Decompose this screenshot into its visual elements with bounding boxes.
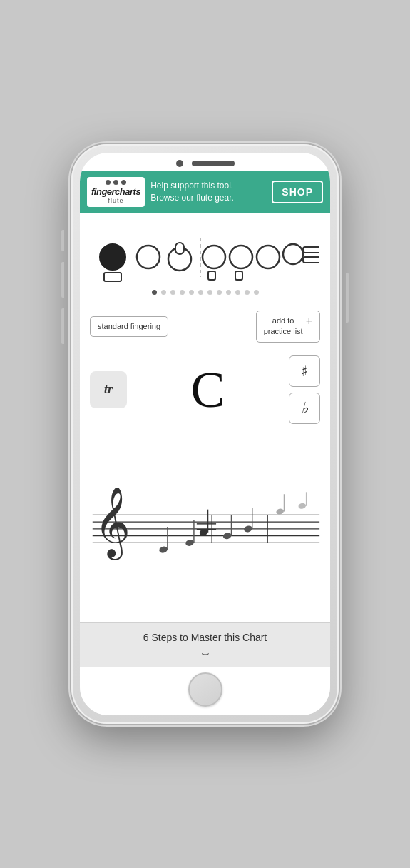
logo-subtitle: flute (108, 197, 124, 204)
sharp-symbol: ♯ (301, 363, 308, 380)
accidental-buttons: ♯ ♭ (289, 355, 320, 424)
fingering-svg (91, 227, 319, 284)
sharp-button[interactable]: ♯ (289, 355, 320, 387)
svg-rect-7 (208, 271, 215, 280)
phone-screen: fingercharts flute Help support this too… (80, 153, 330, 715)
staff-section: 𝄞 (80, 431, 330, 622)
volume-mute-button[interactable] (61, 230, 64, 251)
power-button[interactable] (346, 273, 349, 323)
logo-text: fingercharts (91, 186, 140, 197)
controls-row: standard fingering add topractice list + (80, 308, 330, 345)
speaker-grille (192, 161, 235, 166)
svg-rect-1 (104, 273, 121, 281)
note-7 (298, 503, 307, 510)
main-content: standard fingering add topractice list +… (80, 213, 330, 667)
volume-down-button[interactable] (61, 308, 64, 344)
note-2 (185, 539, 195, 547)
svg-rect-12 (303, 247, 319, 253)
app-logo: fingercharts flute (87, 177, 145, 207)
dot-5[interactable] (189, 290, 194, 295)
note-letter: C (190, 364, 225, 415)
trill-button[interactable]: tr (90, 371, 127, 408)
flat-symbol: ♭ (301, 399, 308, 418)
note-4 (222, 532, 232, 540)
phone-top-bar (80, 153, 330, 171)
home-button[interactable] (188, 672, 222, 707)
pagination-dots[interactable] (152, 290, 259, 295)
volume-up-button[interactable] (61, 262, 64, 298)
promo-banner: fingercharts flute Help support this too… (80, 171, 330, 213)
svg-point-6 (203, 246, 225, 268)
staff-svg: 𝄞 (87, 488, 323, 566)
treble-clef-symbol: 𝄞 (94, 488, 130, 561)
dot-12[interactable] (254, 290, 259, 295)
svg-rect-22 (197, 529, 216, 530)
fingering-diagram-section (80, 213, 330, 308)
dot-2[interactable] (161, 290, 166, 295)
add-to-practice-button[interactable]: add topractice list + (256, 311, 320, 343)
shop-button[interactable]: SHOP (272, 181, 323, 203)
chevron-down-icon[interactable]: ⌣ (91, 646, 319, 661)
flat-button[interactable]: ♭ (289, 393, 320, 424)
logo-dot-3 (121, 180, 126, 185)
svg-point-8 (230, 246, 252, 268)
svg-rect-13 (303, 257, 319, 263)
trill-label: tr (104, 382, 113, 397)
dot-3[interactable] (170, 290, 175, 295)
note-section: tr C ♯ ♭ (80, 348, 330, 431)
banner-support-text: Help support this tool. Browse our flute… (150, 180, 266, 204)
dot-10[interactable] (235, 290, 240, 295)
svg-rect-9 (235, 271, 242, 280)
svg-rect-4 (175, 243, 184, 254)
dot-11[interactable] (245, 290, 250, 295)
note-6 (275, 508, 284, 515)
dot-7[interactable] (207, 290, 212, 295)
dot-6[interactable] (198, 290, 203, 295)
svg-point-2 (137, 246, 160, 268)
plus-icon: + (306, 316, 312, 327)
steps-label: 6 Steps to Master this Chart (91, 632, 319, 643)
note-5 (243, 525, 253, 533)
logo-dots (106, 180, 126, 185)
front-camera (176, 160, 183, 167)
standard-fingering-button[interactable]: standard fingering (90, 316, 168, 337)
add-practice-label: add topractice list (264, 316, 303, 338)
dot-8[interactable] (217, 290, 222, 295)
dot-9[interactable] (226, 290, 231, 295)
dot-4[interactable] (180, 290, 185, 295)
note-1 (158, 545, 168, 553)
phone-frame: fingercharts flute Help support this too… (71, 144, 339, 724)
home-button-area (80, 667, 330, 715)
note-display: C (127, 364, 289, 415)
svg-point-10 (257, 246, 280, 268)
logo-dot-2 (113, 180, 118, 185)
svg-point-0 (100, 244, 125, 270)
screen-content: fingercharts flute Help support this too… (80, 171, 330, 667)
bottom-bar[interactable]: 6 Steps to Master this Chart ⌣ (80, 622, 330, 667)
svg-point-11 (283, 244, 303, 264)
logo-dot-1 (106, 180, 111, 185)
dot-1[interactable] (152, 290, 157, 295)
svg-rect-23 (197, 523, 216, 524)
